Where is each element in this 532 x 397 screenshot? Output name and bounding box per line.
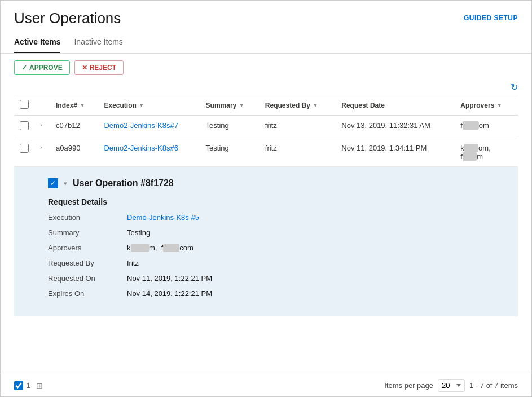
sort-icon-approvers: ▼ bbox=[496, 102, 502, 108]
detail-value-requested-by: fritz bbox=[127, 259, 139, 267]
footer-checkbox[interactable] bbox=[14, 381, 23, 390]
detail-requested-on: Requested On Nov 11, 2019, 1:22:21 PM bbox=[48, 274, 501, 283]
detail-approvers: Approvers k m, f com bbox=[48, 244, 501, 252]
detail-execution: Execution Demo-Jenkins-K8s #5 bbox=[48, 213, 501, 222]
detail-label-execution: Execution bbox=[48, 213, 127, 222]
detail-label-approvers: Approvers bbox=[48, 244, 127, 252]
sort-icon-index: ▼ bbox=[80, 102, 85, 108]
guided-setup-link[interactable]: GUIDED SETUP bbox=[464, 14, 518, 22]
row1-expand[interactable]: › bbox=[34, 116, 50, 138]
detail-label-expires-on: Expires On bbox=[48, 289, 127, 298]
row1-checkbox-cell bbox=[14, 116, 34, 138]
row2-checkbox-cell bbox=[14, 138, 34, 167]
footer-count: 1 bbox=[27, 382, 30, 390]
approver2-blurred bbox=[163, 244, 179, 252]
request-details-title: Request Details bbox=[48, 197, 501, 206]
page-size-select[interactable]: 10 20 50 100 bbox=[438, 379, 465, 392]
row1-request-date: Nov 13, 2019, 11:32:31 AM bbox=[336, 116, 455, 138]
reject-label: REJECT bbox=[90, 64, 116, 72]
table-container: Index# ▼ Execution ▼ Summary ▼ bbox=[1, 95, 531, 374]
detail-requested-by: Requested By fritz bbox=[48, 259, 501, 267]
footer-left: 1 ⊞ bbox=[14, 381, 43, 390]
refresh-icon[interactable]: ↻ bbox=[511, 82, 518, 92]
approve-check-icon: ✓ bbox=[21, 64, 27, 72]
col-header-summary[interactable]: Summary ▼ bbox=[200, 95, 260, 116]
row2-summary: Testing bbox=[200, 138, 260, 167]
approve-button[interactable]: ✓ APPROVE bbox=[14, 60, 70, 75]
row1-approver-blurred bbox=[463, 121, 479, 130]
row2-request-date: Nov 11, 2019, 1:34:11 PM bbox=[336, 138, 455, 167]
col-label-request-date: Request Date bbox=[341, 102, 385, 109]
sort-icon-summary: ▼ bbox=[239, 102, 244, 108]
row1-summary: Testing bbox=[200, 116, 260, 138]
col-label-approvers: Approvers bbox=[460, 102, 494, 109]
row1-checkbox[interactable] bbox=[20, 121, 29, 130]
col-header-execution[interactable]: Execution ▼ bbox=[98, 95, 200, 116]
row2-approver2-end: m bbox=[477, 152, 483, 161]
approver1-end: m, bbox=[149, 244, 157, 252]
reject-button[interactable]: ✕ REJECT bbox=[74, 60, 124, 75]
row2-index: a0a990 bbox=[50, 138, 98, 167]
row1-execution: Demo2-Jenkins-K8s#7 bbox=[98, 116, 200, 138]
collapse-icon[interactable]: ▾ bbox=[64, 180, 67, 187]
row1-approvers: f om bbox=[455, 116, 518, 138]
sort-icon-execution: ▼ bbox=[139, 102, 144, 108]
detail-value-summary: Testing bbox=[127, 228, 150, 237]
col-header-request-date[interactable]: Request Date bbox=[336, 95, 455, 116]
col-header-approvers[interactable]: Approvers ▼ bbox=[455, 95, 518, 116]
detail-value-expires-on: Nov 14, 2019, 1:22:21 PM bbox=[127, 289, 212, 298]
row2-requested-by: fritz bbox=[260, 138, 336, 167]
items-per-page-label: Items per page bbox=[384, 381, 433, 390]
table-row: › c07b12 Demo2-Jenkins-K8s#7 Testing fri… bbox=[14, 116, 518, 138]
footer-right: Items per page 10 20 50 100 1 - 7 of 7 i… bbox=[384, 379, 518, 392]
table-row: › a0a990 Demo2-Jenkins-K8s#6 Testing fri… bbox=[14, 138, 518, 167]
select-all-header bbox=[14, 95, 34, 116]
approver1-start: k bbox=[127, 244, 131, 252]
expand-header bbox=[34, 95, 50, 116]
approver2-end: com bbox=[179, 244, 194, 252]
sort-icon-requested-by: ▼ bbox=[313, 102, 318, 108]
row2-expand[interactable]: › bbox=[34, 138, 50, 167]
row2-approver2-blurred bbox=[463, 152, 477, 161]
expanded-cell: ✓ ▾ User Operation #8f1728 Request Detai… bbox=[14, 167, 518, 316]
row1-approver-end: om bbox=[479, 121, 489, 130]
detail-summary: Summary Testing bbox=[48, 228, 501, 237]
col-header-requested-by[interactable]: Requested By ▼ bbox=[260, 95, 336, 116]
tab-bar: Active Items Inactive Items bbox=[1, 32, 531, 54]
tab-inactive-items[interactable]: Inactive Items bbox=[74, 32, 122, 53]
footer-selected-count: 1 bbox=[14, 381, 30, 390]
row1-requested-by: fritz bbox=[260, 116, 336, 138]
approve-label: APPROVE bbox=[29, 64, 63, 72]
row2-execution: Demo2-Jenkins-K8s#6 bbox=[98, 138, 200, 167]
detail-label-summary: Summary bbox=[48, 228, 127, 237]
col-label-requested-by: Requested By bbox=[265, 102, 310, 109]
pagination-info: 1 - 7 of 7 items bbox=[469, 381, 518, 390]
execution-link[interactable]: Demo-Jenkins-K8s #5 bbox=[127, 213, 199, 222]
col-label-summary: Summary bbox=[206, 102, 237, 109]
col-label-index: Index# bbox=[56, 102, 77, 109]
expanded-content: ✓ ▾ User Operation #8f1728 Request Detai… bbox=[14, 167, 518, 316]
detail-expires-on: Expires On Nov 14, 2019, 1:22:21 PM bbox=[48, 289, 501, 298]
row2-approver1-end: om, bbox=[478, 144, 491, 152]
col-header-index[interactable]: Index# ▼ bbox=[50, 95, 98, 116]
page-title: User Operations bbox=[14, 10, 121, 27]
row1-index: c07b12 bbox=[50, 116, 98, 138]
tab-active-items[interactable]: Active Items bbox=[14, 32, 60, 53]
expanded-row: ✓ ▾ User Operation #8f1728 Request Detai… bbox=[14, 167, 518, 316]
detail-value-execution: Demo-Jenkins-K8s #5 bbox=[127, 213, 199, 222]
expanded-header: ✓ ▾ User Operation #8f1728 bbox=[48, 178, 501, 188]
col-label-execution: Execution bbox=[104, 102, 136, 109]
expanded-title: User Operation #8f1728 bbox=[73, 178, 174, 188]
row2-execution-link[interactable]: Demo2-Jenkins-K8s#6 bbox=[104, 144, 178, 152]
detail-label-requested-on: Requested On bbox=[48, 274, 127, 283]
select-all-checkbox[interactable] bbox=[20, 100, 29, 109]
row1-execution-link[interactable]: Demo2-Jenkins-K8s#7 bbox=[104, 121, 178, 130]
expanded-checkbox[interactable]: ✓ bbox=[48, 178, 58, 188]
row2-checkbox[interactable] bbox=[20, 144, 29, 153]
row2-approvers: k om, f m bbox=[455, 138, 518, 167]
reject-x-icon: ✕ bbox=[82, 64, 87, 72]
operations-table: Index# ▼ Execution ▼ Summary ▼ bbox=[14, 95, 518, 316]
detail-value-approvers: k m, f com bbox=[127, 244, 194, 252]
footer: 1 ⊞ Items per page 10 20 50 100 1 - 7 of… bbox=[1, 374, 531, 396]
footer-columns-icon[interactable]: ⊞ bbox=[36, 381, 43, 390]
